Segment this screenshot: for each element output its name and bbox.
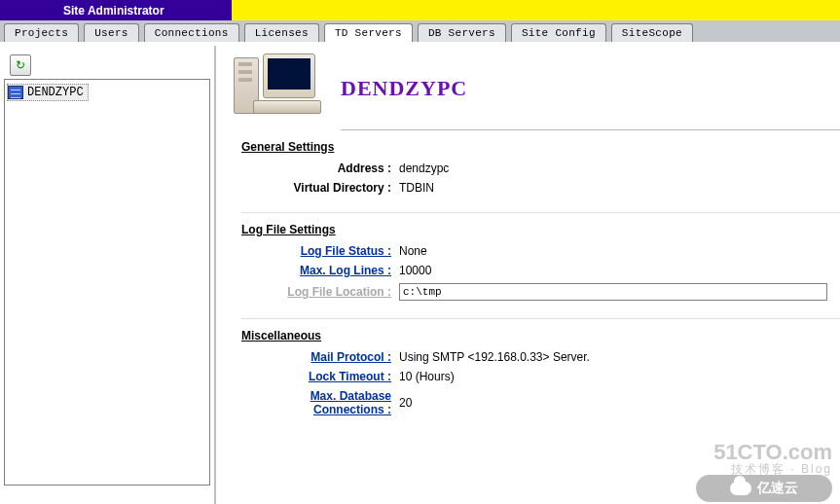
tab-connections[interactable]: Connections <box>144 23 239 42</box>
tree-item-server[interactable]: DENDZYPC <box>7 84 89 101</box>
value-max-log-lines: 10000 <box>397 264 431 277</box>
label-mail-protocol[interactable]: Mail Protocol : <box>241 350 397 364</box>
row-lock-timeout: Lock Timeout : 10 (Hours) <box>241 370 840 383</box>
label-lock-timeout[interactable]: Lock Timeout : <box>241 370 397 383</box>
server-tree: DENDZYPC <box>4 79 210 486</box>
tree-item-label: DENDZYPC <box>27 86 84 99</box>
section-logfile: Log File Settings Log File Status : None… <box>241 223 840 301</box>
row-log-location: Log File Location : <box>241 283 840 301</box>
tab-label: Projects <box>15 27 68 39</box>
row-max-log-lines: Max. Log Lines : 10000 <box>241 264 840 277</box>
section-misc: Miscellaneous Mail Protocol : Using SMTP… <box>241 329 840 416</box>
value-address: dendzypc <box>397 162 449 175</box>
sidebar: ↻ DENDZYPC <box>0 46 216 504</box>
tab-licenses[interactable]: Licenses <box>244 23 319 42</box>
tabs-row: Projects Users Connections Licenses TD S… <box>0 20 840 42</box>
refresh-icon: ↻ <box>16 58 25 72</box>
app-title: Site Administrator <box>0 0 232 20</box>
label-log-location: Log File Location : <box>241 285 397 299</box>
sidebar-toolbar: ↻ <box>4 52 210 79</box>
server-name-title: DENDZYPC <box>341 76 840 101</box>
row-virtual-directory: Virtual Directory : TDBIN <box>241 181 840 195</box>
value-virtual-directory: TDBIN <box>397 181 434 195</box>
section-head-misc: Miscellaneous <box>241 329 840 342</box>
tab-label: Site Config <box>522 27 596 39</box>
divider <box>241 212 840 213</box>
tab-sitescope[interactable]: SiteScope <box>611 23 693 42</box>
tab-label: TD Servers <box>335 27 402 39</box>
tab-label: DB Servers <box>428 27 495 39</box>
label-log-status[interactable]: Log File Status : <box>241 244 397 258</box>
label-virtual-directory: Virtual Directory : <box>241 181 397 195</box>
tab-label: SiteScope <box>622 27 682 39</box>
section-general: General Settings Address : dendzypc Virt… <box>241 140 840 195</box>
row-mail-protocol: Mail Protocol : Using SMTP <192.168.0.33… <box>241 350 840 364</box>
value-mail-protocol: Using SMTP <192.168.0.33> Server. <box>397 350 590 364</box>
row-log-status: Log File Status : None <box>241 244 840 258</box>
row-address: Address : dendzypc <box>241 162 840 175</box>
divider <box>241 318 840 319</box>
tab-label: Users <box>94 27 128 39</box>
label-max-log-lines[interactable]: Max. Log Lines : <box>241 264 397 277</box>
tab-site-config[interactable]: Site Config <box>511 23 606 42</box>
divider <box>341 129 840 130</box>
value-max-db-connections: 20 <box>397 396 412 410</box>
section-head-logfile: Log File Settings <box>241 223 840 236</box>
value-lock-timeout: 10 (Hours) <box>397 370 455 383</box>
tab-label: Connections <box>155 27 229 39</box>
header-bar: Site Administrator <box>0 0 840 20</box>
tab-db-servers[interactable]: DB Servers <box>418 23 506 42</box>
section-head-general: General Settings <box>241 140 840 154</box>
row-max-db-connections: Max. Database Connections : 20 <box>241 389 840 416</box>
value-log-status: None <box>397 244 427 258</box>
server-header: DENDZYPC <box>234 54 840 124</box>
value-log-location-wrap <box>397 283 827 301</box>
tab-projects[interactable]: Projects <box>4 23 79 42</box>
label-max-db-connections[interactable]: Max. Database Connections : <box>241 389 397 416</box>
server-icon <box>8 86 23 99</box>
tab-label: Licenses <box>255 27 309 39</box>
refresh-button[interactable]: ↻ <box>10 54 31 76</box>
main-panel: DENDZYPC General Settings Address : dend… <box>216 46 840 504</box>
label-address: Address : <box>241 162 397 175</box>
tab-td-servers[interactable]: TD Servers <box>324 23 413 42</box>
tab-users[interactable]: Users <box>84 23 139 42</box>
computer-illustration-icon <box>234 54 327 124</box>
log-location-field[interactable] <box>399 283 827 301</box>
